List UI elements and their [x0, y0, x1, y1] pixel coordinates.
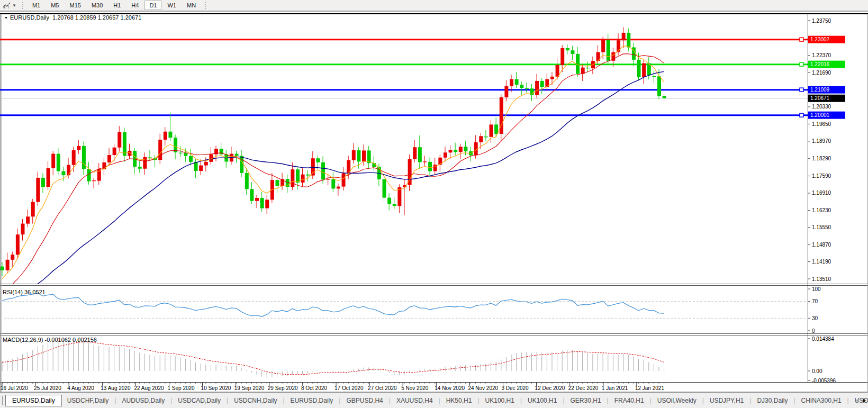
- svg-text:3 Dec 2020: 3 Dec 2020: [502, 385, 529, 391]
- timeframe-button-d1[interactable]: D1: [144, 1, 161, 10]
- svg-text:24 Nov 2020: 24 Nov 2020: [468, 385, 498, 391]
- timeframe-button-h4[interactable]: H4: [126, 1, 143, 10]
- horizontal-line[interactable]: [0, 38, 808, 41]
- pane-borders: [0, 13, 868, 392]
- svg-text:1.18970: 1.18970: [812, 138, 831, 144]
- svg-text:1.16910: 1.16910: [812, 190, 831, 196]
- svg-text:1.14870: 1.14870: [812, 242, 831, 248]
- svg-text:1.15550: 1.15550: [812, 224, 831, 230]
- svg-text:1.14190: 1.14190: [812, 259, 831, 265]
- svg-text:100: 100: [812, 286, 821, 292]
- symbol-tab-gbpusd-h4[interactable]: GBPUSD,H4: [341, 395, 388, 406]
- svg-text:1.20001: 1.20001: [810, 112, 830, 118]
- symbol-tab-hk50-h1[interactable]: HK50,H1: [441, 395, 477, 406]
- svg-text:27 Oct 2020: 27 Oct 2020: [368, 385, 397, 391]
- symbol-tab-usdjpy-h1[interactable]: USDJPY,H1: [704, 395, 749, 406]
- chart-tool-dropdown-icon[interactable]: ▼: [12, 3, 16, 8]
- svg-text:4 Aug 2020: 4 Aug 2020: [67, 385, 94, 391]
- price-badge: 1.20671: [808, 95, 845, 102]
- price-badge: 1.22016: [808, 61, 845, 68]
- symbol-tab-china300-h1[interactable]: CHINA300,H1: [796, 395, 847, 406]
- toolbar-grip-2: [205, 2, 206, 9]
- symbol-tab-xauusd-h4[interactable]: XAUUSD,H4: [391, 395, 438, 406]
- symbol-tab-audusd-daily[interactable]: AUDUSD,Daily: [117, 395, 170, 406]
- svg-text:0: 0: [812, 328, 815, 334]
- svg-text:1.19650: 1.19650: [812, 121, 831, 127]
- chart-tool-icon[interactable]: [2, 1, 12, 10]
- tabbar-grip: [2, 396, 3, 405]
- svg-text:12 Dec 2020: 12 Dec 2020: [535, 385, 565, 391]
- price-badge: 1.20001: [808, 112, 845, 119]
- svg-text:13 Aug 2020: 13 Aug 2020: [101, 385, 131, 391]
- top-toolbar: ▼ M1 M5 M15 M30 H1 H4 D1 W1 MN: [0, 0, 868, 12]
- timeframe-button-w1[interactable]: W1: [162, 1, 181, 10]
- svg-text:29 Sep 2020: 29 Sep 2020: [268, 385, 298, 391]
- timeframe-button-m1[interactable]: M1: [28, 1, 45, 10]
- horizontal-line[interactable]: [0, 113, 808, 117]
- svg-text:14 Nov 2020: 14 Nov 2020: [435, 385, 465, 391]
- timeframe-button-m5[interactable]: M5: [46, 1, 64, 10]
- svg-text:70: 70: [812, 298, 818, 304]
- svg-text:1 Jan 2021: 1 Jan 2021: [602, 385, 628, 391]
- svg-text:8 Oct 2020: 8 Oct 2020: [301, 385, 327, 391]
- svg-text:0.00: 0.00: [812, 368, 822, 374]
- symbol-tabs: EURUSD,DailyUSDCHF,Daily|AUDUSD,Daily|US…: [5, 395, 868, 406]
- chart-title-ohlc: 1.20768 1.20859 1.20657 1.20671: [52, 14, 141, 21]
- tab-scroll-right-icon[interactable]: [863, 398, 866, 403]
- svg-text:1.17590: 1.17590: [812, 173, 831, 179]
- svg-text:12 Jan 2021: 12 Jan 2021: [635, 385, 664, 391]
- symbol-tab-uk100-h1[interactable]: UK100,H1: [480, 395, 520, 406]
- svg-text:1.23750: 1.23750: [812, 18, 831, 24]
- symbol-tab-eurusd-daily[interactable]: EURUSD,Daily: [5, 395, 62, 406]
- svg-text:5 Nov 2020: 5 Nov 2020: [401, 385, 429, 391]
- timeframe-button-m15[interactable]: M15: [65, 1, 85, 10]
- timeframe-button-h1[interactable]: H1: [108, 1, 125, 10]
- timeframe-button-m30[interactable]: M30: [87, 1, 107, 10]
- collapse-triangle-icon[interactable]: ▼: [4, 16, 8, 20]
- price-badge: 1.21009: [808, 86, 845, 94]
- svg-text:1.21690: 1.21690: [812, 70, 831, 76]
- symbol-tab-dj30-daily[interactable]: DJ30,Daily: [752, 395, 793, 406]
- symbol-tab-usoil-weekly[interactable]: USOil,Weekly: [652, 395, 702, 406]
- symbol-tab-uk100-h1[interactable]: UK100,H1: [522, 395, 562, 406]
- svg-text:30: 30: [812, 315, 818, 321]
- rsi-name: RSI(14): [3, 289, 23, 295]
- symbol-tab-usdcnh-daily[interactable]: USDCNH,Daily: [229, 395, 282, 406]
- tab-scroll-left-icon[interactable]: [856, 398, 858, 403]
- svg-text:1.20330: 1.20330: [812, 104, 831, 110]
- svg-text:1.22370: 1.22370: [812, 52, 831, 58]
- chart-title: ▼EURUSD,Daily 1.20768 1.20859 1.20657 1.…: [4, 14, 141, 21]
- svg-text:1.21009: 1.21009: [810, 87, 830, 93]
- price-chart[interactable]: 1.237501.223701.216901.203301.196501.189…: [0, 12, 868, 392]
- svg-text:1.18290: 1.18290: [812, 156, 831, 161]
- svg-text:1.13510: 1.13510: [812, 276, 831, 282]
- svg-text:22 Dec 2020: 22 Dec 2020: [568, 385, 599, 391]
- rsi-pane: 10070300: [0, 286, 821, 334]
- svg-text:1.16230: 1.16230: [812, 207, 831, 213]
- chart-window: 1.237501.223701.216901.203301.196501.189…: [0, 12, 868, 392]
- rsi-value: 36.0521: [24, 289, 46, 295]
- macd-label: MACD(12,26,9) -0.001062 0.002156: [3, 337, 97, 343]
- horizontal-line[interactable]: [0, 88, 808, 92]
- svg-text:22 Aug 2020: 22 Aug 2020: [134, 385, 164, 391]
- svg-text:-0.005396: -0.005396: [812, 378, 836, 384]
- svg-text:0.014384: 0.014384: [812, 336, 834, 342]
- svg-text:17 Oct 2020: 17 Oct 2020: [334, 385, 364, 391]
- timeframe-button-mn[interactable]: MN: [182, 1, 201, 10]
- symbol-tab-eurusd-daily[interactable]: EURUSD,Daily: [285, 395, 339, 406]
- symbol-tab-usdchf-daily[interactable]: USDCHF,Daily: [62, 395, 114, 406]
- svg-text:10 Sep 2020: 10 Sep 2020: [201, 385, 231, 391]
- symbol-tab-usdcad-daily[interactable]: USDCAD,Daily: [173, 395, 226, 406]
- symbol-tabbar: EURUSD,DailyUSDCHF,Daily|AUDUSD,Daily|US…: [0, 392, 868, 408]
- horizontal-line[interactable]: [0, 62, 808, 66]
- macd-name: MACD(12,26,9): [3, 337, 43, 343]
- macd-pane: 0.0143840.00-0.005396: [2, 336, 836, 384]
- svg-text:1.23002: 1.23002: [810, 37, 830, 42]
- svg-text:19 Sep 2020: 19 Sep 2020: [234, 385, 265, 391]
- svg-text:1 Sep 2020: 1 Sep 2020: [168, 385, 195, 391]
- svg-text:25 Jul 2020: 25 Jul 2020: [34, 385, 61, 391]
- symbol-tab-ger30-h1[interactable]: GER30,H1: [565, 395, 607, 406]
- toolbar-grip: [22, 2, 23, 9]
- symbol-tab-fra40-h1[interactable]: FRA40,H1: [609, 395, 649, 406]
- rsi-label: RSI(14) 36.0521: [3, 289, 46, 295]
